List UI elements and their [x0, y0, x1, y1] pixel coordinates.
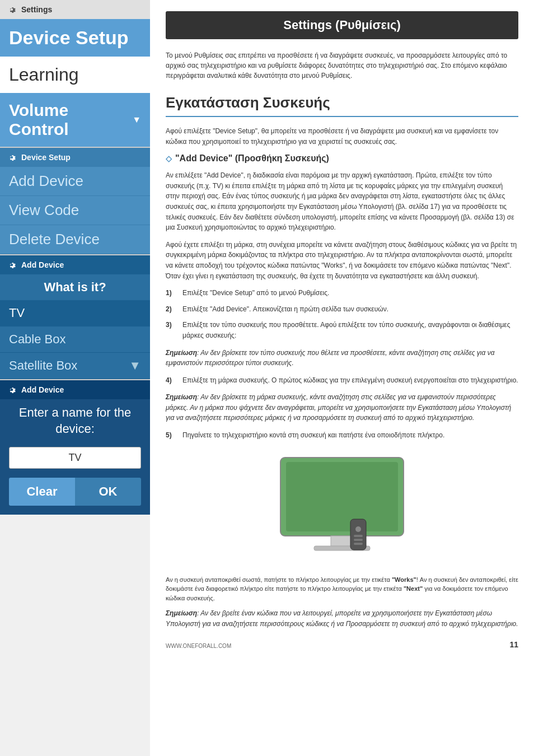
svg-rect-6 [354, 535, 363, 537]
body-paragraph-2: Αφού έχετε επιλέξει τη μάρκα, στη συνέχε… [166, 240, 518, 281]
sidebar-what-is-it: What is it? [0, 274, 150, 300]
svg-rect-4 [350, 519, 366, 550]
subsection-heading-add-device: ◇ "Add Device" (Προσθήκη Συσκευής) [166, 153, 518, 164]
gear-icon-2 [7, 152, 17, 162]
chevron-down-icon: ▼ [132, 115, 141, 125]
sidebar-section1-header: Settings [0, 0, 150, 19]
body-paragraph-1: Αν επιλέξετε "Add Device", η διαδικασία … [166, 170, 518, 233]
sidebar-item-view-code[interactable]: View Code [0, 196, 150, 225]
section-heading-installation: Εγκατάσταση Συσκευής [166, 94, 518, 117]
sidebar: Settings Device Setup Learning Volume Co… [0, 0, 150, 756]
footer-note: Σημείωση: Αν δεν βρείτε έναν κώδικα που … [166, 608, 518, 629]
sidebar-section-add-device-type: Add Device What is it? TV Cable Box Sate… [0, 255, 150, 379]
step-4: 4) Επιλέξτε τη μάρκα συσκευής. Ο πρώτος … [166, 375, 518, 386]
steps-list-3: 5) Πηγαίνετε το τηλεχειριστήριο κοντά στ… [166, 430, 518, 441]
page-footer: WWW.ONEFORALL.COM 11 [166, 640, 518, 649]
ok-button[interactable]: OK [75, 478, 141, 506]
device-name-prompt: Enter a name for the device: [0, 399, 150, 442]
step-3: 3) Επιλέξτε τον τύπο συσκευής που προσθέ… [166, 320, 518, 340]
sidebar-type-satellite-box[interactable]: Satellite Box ▼ [0, 353, 150, 379]
footer-url: WWW.ONEFORALL.COM [166, 643, 231, 649]
device-name-input[interactable] [9, 447, 141, 469]
note-2: Σημείωση: Αν δεν βρίσκετε τη μάρκα συσκε… [166, 392, 518, 423]
steps-list: 1) Επιλέξτε "Device Setup" από το μενού … [166, 288, 518, 340]
sidebar-item-add-device[interactable]: Add Device [0, 167, 150, 196]
sidebar-item-volume-control[interactable]: Volume Control ▼ [0, 93, 150, 147]
sidebar-section-name-device: Add Device Enter a name for the device: … [0, 380, 150, 515]
diamond-icon: ◇ [166, 154, 172, 163]
clear-button[interactable]: Clear [9, 478, 75, 506]
chevron-down-icon-2: ▼ [129, 358, 141, 373]
sidebar-section4-label: Add Device [21, 385, 64, 394]
sidebar-item-device-setup[interactable]: Device Setup [0, 19, 150, 57]
step-5: 5) Πηγαίνετε το τηλεχειριστήριο κοντά στ… [166, 430, 518, 441]
tv-image-area [166, 452, 518, 564]
sidebar-section1-label: Settings [21, 5, 52, 14]
section-intro-text: Αφού επιλέξετε "Device Setup", θα μπορεί… [166, 126, 518, 147]
main-content: Settings (Ρυθμίσεις) Το μενού Ρυθμίσεις … [150, 0, 534, 756]
gear-icon [7, 4, 17, 15]
sidebar-section-device-setup: Device Setup Add Device View Code Delete… [0, 148, 150, 254]
note-1: Σημείωση: Αν δεν βρίσκετε τον τύπο συσκε… [166, 348, 518, 368]
page-title: Settings (Ρυθμίσεις) [166, 11, 518, 39]
sidebar-section4-header: Add Device [0, 380, 150, 399]
sidebar-section2-label: Device Setup [21, 153, 71, 162]
steps-list-2: 4) Επιλέξτε τη μάρκα συσκευής. Ο πρώτος … [166, 375, 518, 386]
tv-illustration [264, 452, 420, 564]
step-1: 1) Επιλέξτε "Device Setup" από το μενού … [166, 288, 518, 298]
intro-paragraph: Το μενού Ρυθμίσεις σας επιτρέπει να προσ… [166, 50, 518, 81]
svg-rect-7 [354, 539, 363, 541]
sidebar-section3-label: Add Device [21, 260, 64, 269]
sidebar-type-tv[interactable]: TV [0, 300, 150, 326]
page-number: 11 [509, 640, 518, 649]
sidebar-section3-header: Add Device [0, 255, 150, 274]
svg-rect-1 [286, 462, 398, 531]
gear-icon-4 [7, 385, 17, 395]
sidebar-item-delete-device[interactable]: Delete Device [0, 225, 150, 254]
sidebar-action-buttons: Clear OK [9, 478, 141, 506]
footer-paragraph-1: Αν η συσκευή ανταποκριθεί σωστά, πατήστε… [166, 575, 518, 603]
svg-rect-2 [331, 536, 353, 546]
sidebar-section2-header: Device Setup [0, 148, 150, 167]
sidebar-type-cable-box[interactable]: Cable Box [0, 326, 150, 353]
step-2: 2) Επιλέξτε "Add Device". Απεικονίζεται … [166, 304, 518, 315]
svg-rect-8 [354, 543, 363, 545]
gear-icon-3 [7, 260, 17, 270]
sidebar-item-learning[interactable]: Learning [0, 57, 150, 93]
sidebar-section-settings: Settings Device Setup Learning Volume Co… [0, 0, 150, 147]
svg-point-5 [355, 526, 361, 532]
